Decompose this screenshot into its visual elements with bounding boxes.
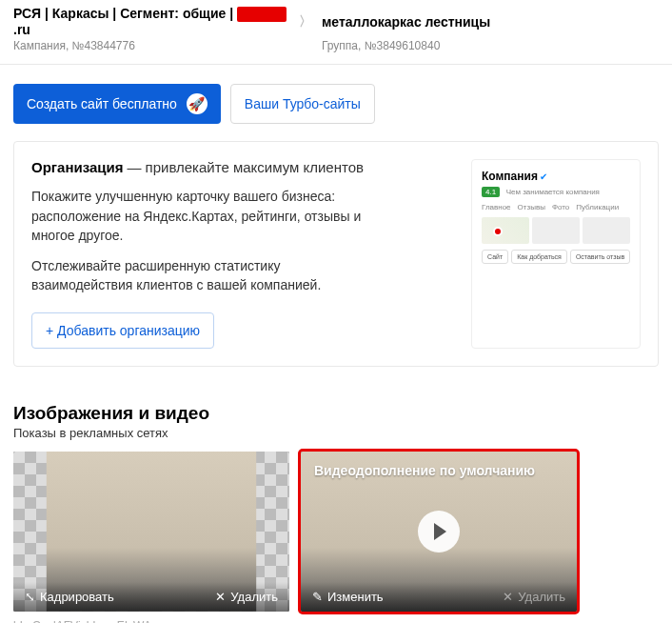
breadcrumb-group[interactable]: металлокаркас лестницы: [322, 14, 490, 30]
preview-btn: Как добраться: [511, 250, 567, 264]
close-icon: ✕: [215, 590, 226, 604]
delete-image-button[interactable]: ✕ Удалить: [215, 590, 278, 604]
delete-video-button: ✕ Удалить: [503, 590, 565, 604]
media-video[interactable]: Видеодополнение по умолчанию ✎ Изменить …: [301, 452, 577, 612]
preview-btn: Сайт: [482, 250, 508, 264]
org-card-text-2: Отслеживайте расширенную статистику взаи…: [31, 256, 384, 295]
org-card-text-1: Покажите улучшенную карточку вашего бизн…: [31, 187, 384, 245]
verified-icon: ✔: [540, 171, 547, 182]
play-button[interactable]: [418, 511, 460, 553]
media-image[interactable]: ⤡ Кадрировать ✕ Удалить: [13, 452, 289, 612]
crop-icon: ⤡: [25, 590, 35, 604]
media-subheading: Показы в рекламных сетях: [0, 426, 672, 440]
breadcrumb-group-id: Группа, №3849610840: [322, 39, 440, 52]
breadcrumb-campaign[interactable]: РСЯ | Каркасы | Сегмент: общие | .ru: [13, 6, 289, 37]
create-site-button[interactable]: Создать сайт бесплатно 🚀: [13, 84, 221, 124]
organization-card: Организация — привлекайте максимум клиен…: [13, 141, 659, 366]
turbo-sites-button[interactable]: Ваши Турбо-сайты: [230, 84, 375, 124]
edit-label: Изменить: [327, 590, 384, 604]
org-card-subtitle: — привлекайте максимум клиентов: [127, 159, 364, 175]
delete-label: Удалить: [230, 590, 278, 604]
crop-button[interactable]: ⤡ Кадрировать: [25, 590, 114, 604]
breadcrumb-campaign-prefix: РСЯ | Каркасы | Сегмент: общие |: [13, 6, 233, 21]
preview-photo: [583, 217, 630, 244]
preview-tab: Отзывы: [518, 203, 545, 211]
preview-desc: Чем занимается компания: [506, 188, 600, 196]
preview-photo: [532, 217, 580, 244]
delete-label: Удалить: [518, 590, 565, 604]
org-card-title: Организация: [31, 159, 124, 175]
pencil-icon: ✎: [312, 590, 323, 604]
add-organization-button[interactable]: + Добавить организацию: [31, 312, 214, 349]
redacted-domain: [237, 7, 287, 22]
create-site-label: Создать сайт бесплатно: [27, 96, 177, 111]
media-heading: Изображения и видео: [0, 403, 672, 424]
preview-map: [482, 217, 529, 244]
crop-label: Кадрировать: [40, 590, 114, 604]
preview-tab: Публикации: [576, 203, 619, 211]
preview-tab: Фото: [552, 203, 569, 211]
close-icon: ✕: [503, 590, 513, 604]
org-preview: Компания ✔ 4.1 Чем занимается компания Г…: [471, 159, 641, 348]
breadcrumb-campaign-suffix: .ru: [13, 22, 30, 37]
breadcrumb-campaign-id: Кампания, №43844776: [13, 39, 322, 52]
breadcrumb: РСЯ | Каркасы | Сегмент: общие | .ru 〉 м…: [0, 0, 672, 65]
video-default-label: Видеодополнение по умолчанию: [314, 463, 563, 478]
preview-btn: Оставить отзыв: [570, 250, 630, 264]
rocket-icon: 🚀: [187, 93, 208, 114]
preview-tab: Главное: [482, 203, 511, 211]
edit-video-button[interactable]: ✎ Изменить: [312, 590, 384, 604]
preview-company-name: Компания: [482, 170, 538, 183]
preview-rating: 4.1: [482, 187, 500, 197]
image-hash: bLaQwdAFVjyhIwgnEIzWAw: [0, 612, 672, 623]
chevron-right-icon: 〉: [299, 13, 312, 30]
